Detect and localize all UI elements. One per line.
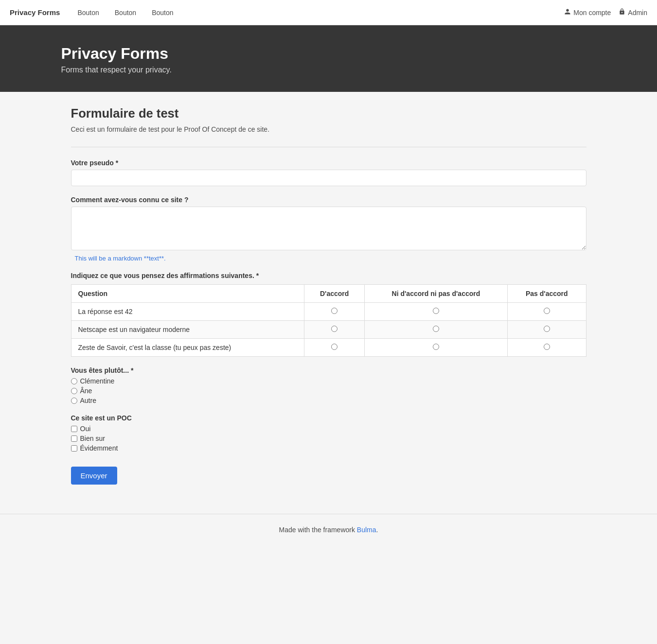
radio-label-2[interactable]: Âne	[80, 387, 92, 395]
form-description: Ceci est un formulaire de test pour le P…	[71, 125, 586, 133]
footer-bulma-link[interactable]: Bulma	[357, 526, 376, 534]
checkbox-option-3: Évidemment	[71, 444, 586, 452]
section-divider	[71, 147, 586, 147]
matrix-row-3-neutral	[364, 339, 507, 357]
radio-input-2[interactable]	[71, 388, 77, 394]
checkbox-input-3[interactable]	[71, 445, 77, 452]
radio-input-1[interactable]	[71, 378, 77, 384]
matrix-row-2-accord	[304, 321, 364, 339]
checkbox-label-1[interactable]: Oui	[80, 425, 91, 433]
comment-label: Comment avez-vous connu ce site ?	[71, 196, 586, 204]
matrix-row-3-accord-radio[interactable]	[331, 344, 337, 350]
radio-label: Vous êtes plutôt... *	[71, 366, 586, 374]
matrix-col-accord: D'accord	[304, 285, 364, 303]
radio-label-1[interactable]: Clémentine	[80, 377, 115, 385]
checkbox-input-1[interactable]	[71, 426, 77, 432]
pseudo-label: Votre pseudo *	[71, 159, 586, 167]
checkbox-label: Ce site est un POC	[71, 414, 586, 422]
navbar: Privacy Forms Bouton Bouton Bouton Mon c…	[0, 0, 657, 25]
navbar-mon-compte[interactable]: Mon compte	[564, 8, 611, 17]
matrix-row-3-disagree-radio[interactable]	[544, 344, 550, 350]
pseudo-field: Votre pseudo *	[71, 159, 586, 186]
matrix-row-3-question: Zeste de Savoir, c'est la classe (tu peu…	[71, 339, 304, 357]
matrix-row-1-question: La réponse est 42	[71, 303, 304, 321]
comment-field: Comment avez-vous connu ce site ? This w…	[71, 196, 586, 262]
navbar-item-3[interactable]: Bouton	[146, 5, 179, 20]
navbar-brand[interactable]: Privacy Forms	[10, 8, 60, 17]
admin-label: Admin	[628, 9, 647, 17]
main-form: Votre pseudo * Comment avez-vous connu c…	[71, 159, 586, 485]
matrix-row-1-neutral-radio[interactable]	[433, 308, 439, 314]
checkbox-label-3[interactable]: Évidemment	[80, 444, 118, 452]
navbar-admin[interactable]: Admin	[619, 8, 647, 17]
matrix-header-row: Question D'accord Ni d'accord ni pas d'a…	[71, 285, 586, 303]
matrix-row-1-disagree-radio[interactable]	[544, 308, 550, 314]
matrix-row-3-neutral-radio[interactable]	[433, 344, 439, 350]
hero-title: Privacy Forms	[61, 45, 596, 63]
matrix-row-3-accord	[304, 339, 364, 357]
navbar-item-2[interactable]: Bouton	[109, 5, 142, 20]
footer-text-after: .	[376, 526, 378, 534]
pseudo-input[interactable]	[71, 170, 586, 186]
radio-input-3[interactable]	[71, 398, 77, 404]
comment-help: This will be a markdown **text**.	[71, 255, 586, 262]
matrix-row-2-disagree	[508, 321, 586, 339]
submit-button[interactable]: Envoyer	[71, 467, 117, 485]
matrix-col-neutral: Ni d'accord ni pas d'accord	[364, 285, 507, 303]
navbar-item-1[interactable]: Bouton	[71, 5, 105, 20]
matrix-label: Indiquez ce que vous pensez des affirmat…	[71, 272, 586, 279]
matrix-row-1-disagree	[508, 303, 586, 321]
checkbox-option-1: Oui	[71, 425, 586, 433]
footer-text-before: Made with the framework	[279, 526, 357, 534]
matrix-row-3-disagree	[508, 339, 586, 357]
matrix-row-3: Zeste de Savoir, c'est la classe (tu peu…	[71, 339, 586, 357]
matrix-row-2-accord-radio[interactable]	[331, 326, 337, 332]
radio-option-2: Âne	[71, 387, 586, 395]
matrix-row-1-accord	[304, 303, 364, 321]
hero-subtitle: Forms that respect your privacy.	[61, 66, 596, 74]
radio-option-3: Autre	[71, 397, 586, 404]
matrix-row-2-question: Netscape est un navigateur moderne	[71, 321, 304, 339]
comment-textarea[interactable]	[71, 207, 586, 250]
matrix-row-1: La réponse est 42	[71, 303, 586, 321]
form-title: Formulaire de test	[71, 106, 586, 121]
matrix-table: Question D'accord Ni d'accord ni pas d'a…	[71, 284, 586, 357]
navbar-end: Mon compte Admin	[564, 8, 647, 17]
matrix-field: Indiquez ce que vous pensez des affirmat…	[71, 272, 586, 357]
checkbox-field: Ce site est un POC Oui Bien sur Évidemme…	[71, 414, 586, 452]
footer: Made with the framework Bulma.	[0, 514, 657, 545]
matrix-row-2-neutral-radio[interactable]	[433, 326, 439, 332]
matrix-col-disagree: Pas d'accord	[508, 285, 586, 303]
radio-option-1: Clémentine	[71, 377, 586, 385]
checkbox-option-2: Bien sur	[71, 435, 586, 442]
radio-field: Vous êtes plutôt... * Clémentine Âne Aut…	[71, 366, 586, 404]
user-icon	[564, 8, 571, 17]
matrix-row-1-accord-radio[interactable]	[331, 308, 337, 314]
radio-label-3[interactable]: Autre	[80, 397, 96, 404]
matrix-row-2: Netscape est un navigateur moderne	[71, 321, 586, 339]
navbar-menu: Bouton Bouton Bouton	[71, 5, 564, 20]
hero-section: Privacy Forms Forms that respect your pr…	[0, 25, 657, 92]
matrix-row-1-neutral	[364, 303, 507, 321]
checkbox-label-2[interactable]: Bien sur	[80, 435, 105, 442]
mon-compte-label: Mon compte	[573, 9, 611, 17]
matrix-row-2-disagree-radio[interactable]	[544, 326, 550, 332]
main-content: Formulaire de test Ceci est un formulair…	[61, 92, 596, 514]
checkbox-input-2[interactable]	[71, 435, 77, 442]
matrix-row-2-neutral	[364, 321, 507, 339]
lock-icon	[619, 8, 625, 17]
matrix-col-question: Question	[71, 285, 304, 303]
